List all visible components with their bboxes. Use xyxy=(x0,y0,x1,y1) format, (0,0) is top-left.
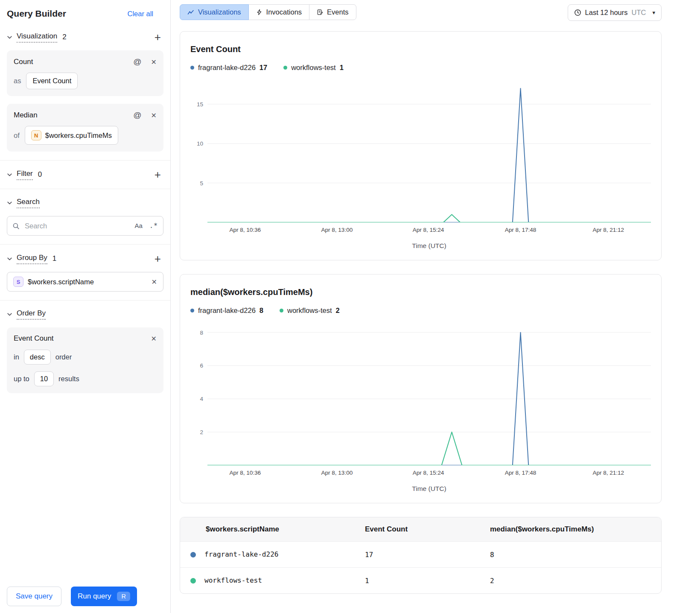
x-tick-label: Apr 8, 17:48 xyxy=(505,470,537,476)
table-row: fragrant-lake-d226178 xyxy=(180,542,661,568)
series-line xyxy=(207,215,651,222)
at-icon[interactable]: @ xyxy=(133,57,141,67)
group-by-section: Group By 1 + S $workers.scriptName ✕ xyxy=(0,245,170,301)
x-axis-labels: Apr 8, 10:36Apr 8, 13:00Apr 8, 15:24Apr … xyxy=(207,470,651,478)
script-name: fragrant-lake-d226 xyxy=(204,550,278,558)
value-cell: 8 xyxy=(483,542,661,568)
save-query-button[interactable]: Save query xyxy=(7,587,61,606)
close-icon[interactable]: ✕ xyxy=(151,58,157,66)
close-icon[interactable]: ✕ xyxy=(152,278,157,286)
chevron-down-icon[interactable] xyxy=(7,35,12,40)
value-cell: 2 xyxy=(483,568,661,594)
caret-down-icon: ▾ xyxy=(652,9,655,16)
order-by-section: Order By Event Count ✕ in desc order up … xyxy=(0,301,170,402)
query-builder-sidebar: Query Builder Clear all Visualization 2 … xyxy=(0,0,171,613)
legend-dot xyxy=(280,309,283,312)
search-section-title: Search xyxy=(17,198,40,208)
add-visualization-button[interactable]: + xyxy=(152,32,163,43)
results-table: $workers.scriptName Event Count median($… xyxy=(180,517,661,593)
visualization-card-count: Count @ ✕ as Event Count xyxy=(7,50,163,96)
x-tick-label: Apr 8, 15:24 xyxy=(413,227,444,233)
page-title: Query Builder xyxy=(7,9,66,19)
x-tick-label: Apr 8, 13:00 xyxy=(321,227,353,233)
search-box: Aa .* xyxy=(7,216,163,236)
group-by-chip[interactable]: S $workers.scriptName ✕ xyxy=(7,272,163,292)
tab-label: Events xyxy=(327,8,348,16)
chart-plot[interactable] xyxy=(207,327,651,465)
chart-plot[interactable] xyxy=(207,84,651,222)
match-case-icon[interactable]: Aa xyxy=(135,222,143,229)
chevron-down-icon[interactable] xyxy=(7,312,12,317)
tab-label: Visualizations xyxy=(198,8,241,16)
field-prefix-label: of xyxy=(14,131,20,140)
y-tick-label: 8 xyxy=(200,329,203,336)
order-by-section-title: Order By xyxy=(17,309,46,320)
group-by-section-title: Group By xyxy=(17,254,47,264)
legend-item[interactable]: workflows-test2 xyxy=(280,306,340,315)
filter-section-title: Filter xyxy=(17,169,33,180)
chevron-down-icon[interactable] xyxy=(7,172,12,178)
y-tick-label: 10 xyxy=(197,140,203,147)
series-color-dot xyxy=(190,552,196,558)
legend-value: 1 xyxy=(340,64,344,72)
legend-item[interactable]: fragrant-lake-d22617 xyxy=(190,64,267,72)
chevron-down-icon[interactable] xyxy=(7,200,12,206)
column-header-event-count: Event Count xyxy=(358,517,483,542)
close-icon[interactable]: ✕ xyxy=(151,111,157,120)
order-suffix-label: order xyxy=(55,353,72,361)
legend-value: 2 xyxy=(336,306,340,315)
legend-dot xyxy=(190,66,194,70)
chevron-down-icon[interactable] xyxy=(7,256,12,262)
visualization-card-title: Count xyxy=(14,58,33,66)
search-section: Search Aa .* xyxy=(0,189,170,245)
x-tick-label: Apr 8, 13:00 xyxy=(321,470,353,476)
x-axis-labels: Apr 8, 10:36Apr 8, 13:00Apr 8, 15:24Apr … xyxy=(207,227,651,235)
legend-value: 17 xyxy=(260,64,267,72)
y-axis-labels: 2468 xyxy=(190,327,207,465)
y-tick-label: 6 xyxy=(200,362,203,369)
table-row: workflows-test12 xyxy=(180,568,661,594)
x-tick-label: Apr 8, 17:48 xyxy=(505,227,537,233)
tab-visualizations[interactable]: Visualizations xyxy=(180,4,249,20)
limit-chip[interactable]: 10 xyxy=(34,371,54,386)
legend-value: 8 xyxy=(260,306,263,315)
chart-xlabel: Time (UTC) xyxy=(207,242,651,250)
close-icon[interactable]: ✕ xyxy=(151,335,157,343)
tab-invocations[interactable]: Invocations xyxy=(248,4,309,20)
view-tabs: Visualizations Invocations Events xyxy=(180,4,356,20)
visualization-count: 2 xyxy=(62,33,66,41)
visualization-card-median: Median @ ✕ of N $workers.cpuTimeMs xyxy=(7,104,163,152)
search-input[interactable] xyxy=(24,222,131,231)
order-by-field: Event Count xyxy=(14,334,54,343)
clear-all-link[interactable]: Clear all xyxy=(127,10,153,18)
results-table-body: fragrant-lake-d226178workflows-test12 xyxy=(180,542,661,594)
tab-events[interactable]: Events xyxy=(309,4,356,20)
search-icon xyxy=(12,222,20,230)
number-field-icon: N xyxy=(31,130,41,140)
at-icon[interactable]: @ xyxy=(133,111,141,120)
series-line xyxy=(207,88,651,222)
script-name: workflows-test xyxy=(204,576,262,584)
order-direction-chip[interactable]: desc xyxy=(24,350,51,365)
visualization-section-title: Visualization xyxy=(17,32,57,43)
y-tick-label: 15 xyxy=(197,101,203,108)
results-panel: Visualizations Invocations Events Last 1… xyxy=(171,0,700,613)
time-range-dropdown[interactable]: Last 12 hours UTC ▾ xyxy=(568,4,662,21)
regex-icon[interactable]: .* xyxy=(149,222,158,230)
chart-title: median($workers.cpuTimeMs) xyxy=(190,287,651,297)
legend-item[interactable]: fragrant-lake-d2268 xyxy=(190,306,263,315)
add-group-by-button[interactable]: + xyxy=(152,253,163,264)
add-filter-button[interactable]: + xyxy=(152,169,163,180)
run-query-button[interactable]: Run query R xyxy=(71,587,137,606)
y-tick-label: 4 xyxy=(200,396,203,402)
run-query-label: Run query xyxy=(78,592,111,601)
order-by-card: Event Count ✕ in desc order up to 10 res… xyxy=(7,327,163,393)
alias-chip[interactable]: Event Count xyxy=(26,73,78,89)
clock-icon xyxy=(574,9,581,16)
alias-prefix-label: as xyxy=(14,77,21,85)
legend-item[interactable]: workflows-test1 xyxy=(283,64,344,72)
column-header-median: median($workers.cpuTimeMs) xyxy=(483,517,661,542)
chart-legend: fragrant-lake-d22617workflows-test1 xyxy=(190,64,651,72)
limit-suffix-label: results xyxy=(58,375,79,383)
field-chip[interactable]: N $workers.cpuTimeMs xyxy=(25,126,118,145)
